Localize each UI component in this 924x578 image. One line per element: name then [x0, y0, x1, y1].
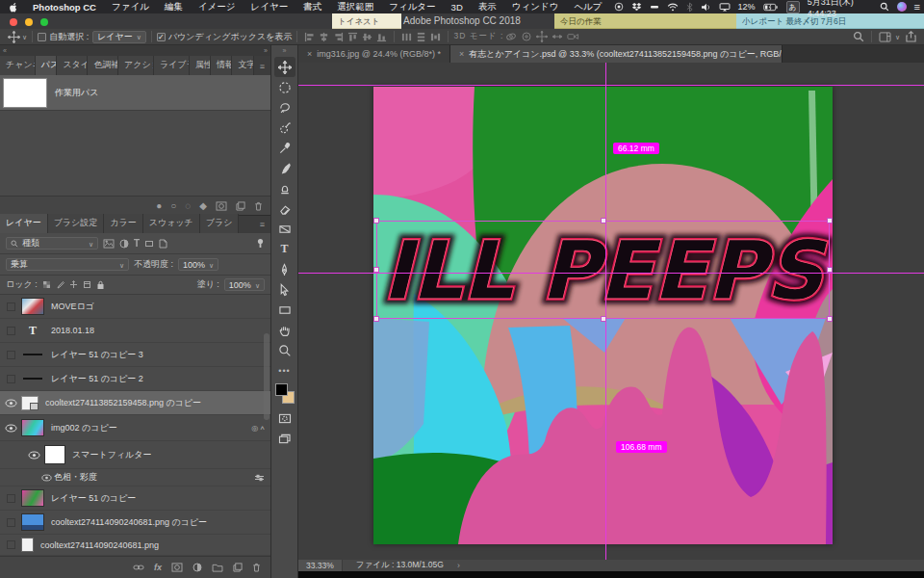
layer-row-copy1[interactable]: レイヤー 51 のコピー: [0, 486, 270, 511]
tab-styles[interactable]: スタイル: [57, 56, 88, 75]
smart-filter-badge-icon[interactable]: ◎ ˄: [251, 424, 265, 433]
layer-style-icon[interactable]: fx: [154, 563, 162, 572]
apple-menu-icon[interactable]: [0, 2, 25, 13]
visibility-toggle[interactable]: [0, 351, 21, 359]
menu-clock[interactable]: 5月31日(木) 4:44:23: [808, 0, 872, 18]
tab-libraries[interactable]: ライブラリ: [154, 56, 190, 75]
search-icon[interactable]: [853, 31, 864, 42]
layer-filter-dropdown[interactable]: 種類: [6, 237, 98, 250]
menu-edit[interactable]: 編集: [157, 1, 191, 13]
quick-mask-icon[interactable]: [274, 408, 295, 429]
app-status-icon[interactable]: [614, 2, 624, 12]
layers-scrollbar[interactable]: [264, 333, 270, 420]
hand-tool[interactable]: [274, 320, 295, 340]
layer-thumbnail[interactable]: [21, 489, 44, 507]
visibility-toggle[interactable]: [23, 451, 44, 460]
filter-shape-layers-icon[interactable]: [144, 239, 154, 249]
add-mask-icon[interactable]: [171, 563, 183, 572]
filter-mask-thumbnail[interactable]: [44, 445, 65, 464]
work-path-row[interactable]: 作業用パス: [0, 75, 270, 111]
layers-panel-menu-icon[interactable]: ≡: [254, 220, 270, 233]
layer-row-cooltext0681[interactable]: cooltext274114090240681.png: [0, 535, 270, 556]
pen-tool[interactable]: [274, 259, 295, 279]
workspace-caret[interactable]: [895, 32, 900, 41]
layer-row-cooltext458-selected[interactable]: cooltext274113852159458.png のコピー: [0, 391, 270, 415]
marquee-tool[interactable]: [274, 77, 295, 97]
menu-app-name[interactable]: Photoshop CC: [25, 2, 104, 13]
visibility-toggle[interactable]: [0, 518, 21, 527]
toolbar-collapse-icon[interactable]: »: [283, 47, 287, 57]
brush-tool[interactable]: [274, 158, 295, 178]
menu-file[interactable]: ファイル: [104, 1, 157, 13]
visibility-toggle[interactable]: [0, 494, 21, 503]
type-tool[interactable]: T: [274, 239, 295, 259]
visibility-toggle[interactable]: [38, 474, 54, 482]
distribute-spacing-icon[interactable]: [430, 32, 441, 42]
menu-filter[interactable]: フィルター: [381, 1, 443, 13]
dock-collapse-right-icon[interactable]: »: [264, 47, 268, 54]
new-adjustment-icon[interactable]: [192, 563, 202, 572]
transform-bounding-box[interactable]: [376, 221, 830, 319]
notification-center-icon[interactable]: ≡: [914, 1, 920, 13]
add-mask-icon[interactable]: [216, 201, 227, 211]
bbox-handle-ne[interactable]: [827, 218, 833, 223]
lock-artboard-icon[interactable]: [83, 280, 91, 289]
shape-tool[interactable]: [274, 300, 295, 320]
panel-menu-icon[interactable]: ≡: [254, 62, 270, 75]
filter-blend-options-icon[interactable]: [254, 474, 265, 482]
menu-image[interactable]: イメージ: [191, 1, 244, 13]
filter-toggle-icon[interactable]: [256, 238, 265, 249]
clone-stamp-tool[interactable]: [274, 178, 295, 198]
visibility-toggle[interactable]: [0, 424, 21, 433]
battery-icon[interactable]: [763, 3, 779, 12]
link-layers-icon[interactable]: [133, 564, 144, 571]
zoom-level-field[interactable]: 33.33%: [298, 560, 343, 571]
layer-thumbnail[interactable]: [21, 513, 44, 531]
visibility-toggle[interactable]: [0, 302, 21, 311]
document-tab-img316[interactable]: × img316.jpg @ 24.4% (RGB/8*) *: [298, 45, 450, 63]
dock-collapse-left-icon[interactable]: «: [3, 47, 7, 54]
show-bounding-box-checkbox[interactable]: [157, 33, 166, 41]
share-icon[interactable]: [906, 31, 916, 42]
bbox-handle-e[interactable]: [827, 267, 833, 273]
lock-all-icon[interactable]: [96, 280, 105, 290]
layer-thumbnail[interactable]: [21, 298, 44, 315]
lasso-tool[interactable]: [274, 97, 295, 118]
ime-indicator[interactable]: あ: [786, 1, 800, 13]
airplay-display-icon[interactable]: [719, 3, 731, 12]
tool-preset-caret[interactable]: [22, 32, 27, 41]
filter-type-layers-icon[interactable]: T: [134, 238, 140, 249]
menu-window[interactable]: ウィンドウ: [504, 1, 567, 13]
siri-icon[interactable]: [897, 2, 907, 12]
smart-object-thumbnail[interactable]: [21, 396, 38, 410]
eraser-tool[interactable]: [274, 198, 295, 219]
visibility-toggle[interactable]: [0, 375, 21, 383]
tab-channels[interactable]: チャンネル: [0, 56, 36, 75]
layer-thumbnail[interactable]: [21, 419, 44, 436]
menu-3d[interactable]: 3D: [444, 2, 471, 13]
bbox-handle-se[interactable]: [827, 316, 833, 322]
menu-select[interactable]: 選択範囲: [329, 1, 381, 13]
lock-pixels-icon[interactable]: [56, 280, 64, 289]
status-options-chevron[interactable]: ›: [457, 561, 460, 570]
document-tab-active[interactable]: × 有志とかアイコン.psd @ 33.3% (cooltext27411385…: [450, 45, 783, 63]
layer-thumbnail[interactable]: [21, 538, 34, 552]
quick-selection-tool[interactable]: [274, 118, 295, 138]
bbox-handle-n[interactable]: [601, 218, 606, 223]
layer-row-img002[interactable]: img002 のコピー ◎ ˄: [0, 415, 270, 441]
distribute-v-icon[interactable]: [416, 32, 426, 42]
layer-row-hue-saturation[interactable]: 色相・彩度: [0, 469, 270, 486]
close-tab-icon[interactable]: ×: [459, 49, 464, 59]
filter-pixel-layers-icon[interactable]: [103, 239, 115, 249]
lock-position-icon[interactable]: [69, 280, 78, 289]
tab-character[interactable]: 文字: [232, 56, 253, 75]
3d-slide-icon[interactable]: [552, 31, 563, 42]
zoom-tool[interactable]: [274, 340, 295, 360]
sticky-note-1[interactable]: トイネスト: [332, 13, 401, 29]
3d-camera-icon[interactable]: [567, 32, 579, 41]
menu-help[interactable]: ヘルプ: [566, 1, 609, 13]
tab-properties[interactable]: 属性: [190, 56, 211, 75]
tab-brush-settings[interactable]: ブラシ設定: [48, 214, 105, 233]
type-layer-icon[interactable]: T: [21, 322, 44, 339]
gradient-tool[interactable]: [274, 219, 295, 239]
